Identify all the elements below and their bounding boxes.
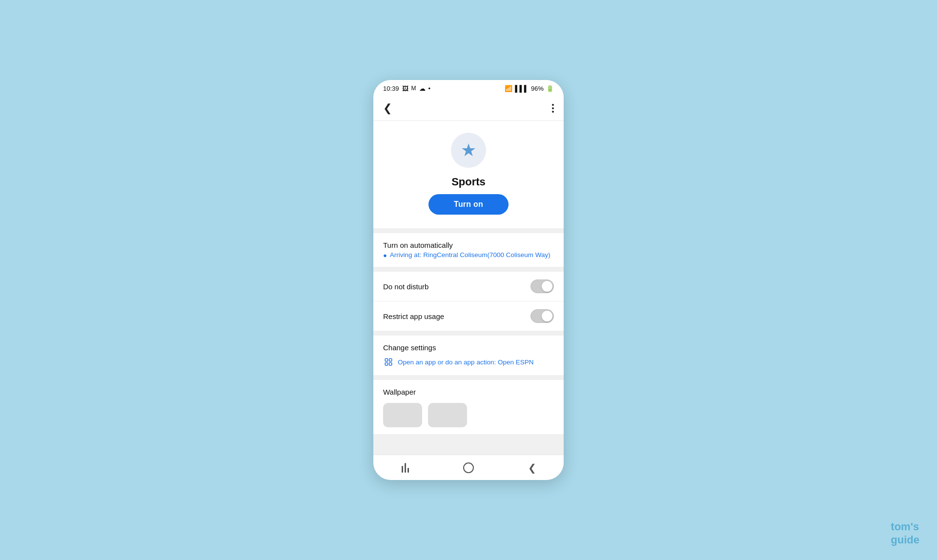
app-title: Sports (451, 176, 486, 188)
status-bar: 10:39 🖼 M ☁ • 📶 ▌▌▌ 96% 🔋 (373, 80, 564, 96)
svg-rect-0 (385, 359, 387, 361)
change-settings-title: Change settings (383, 343, 554, 352)
cloud-icon: ☁ (419, 85, 426, 92)
location-icon: ● (383, 252, 387, 259)
more-dot-3 (552, 111, 554, 113)
top-nav: ❮ (373, 96, 564, 121)
svg-rect-3 (389, 363, 392, 365)
location-row[interactable]: ● Arriving at: RingCentral Coliseum(7000… (383, 251, 554, 259)
do-not-disturb-row: Do not disturb (373, 272, 564, 301)
wallpaper-option-1[interactable] (383, 403, 422, 427)
phone-frame: 10:39 🖼 M ☁ • 📶 ▌▌▌ 96% 🔋 ❮ ★ Sports (373, 80, 564, 480)
battery-icon: 🔋 (546, 85, 554, 92)
star-icon: ★ (461, 140, 476, 160)
grid-icon (384, 358, 393, 366)
time-label: 10:39 (383, 85, 399, 92)
recents-icon (402, 463, 409, 473)
app-icon-circle: ★ (451, 133, 486, 168)
toggle-card: Do not disturb Restrict app usage (373, 272, 564, 331)
more-button[interactable] (550, 102, 556, 115)
watermark: tom's guide (891, 520, 919, 546)
auto-on-label: Turn on automatically (383, 241, 554, 249)
change-settings-section: Change settings Open an app or do an app… (373, 336, 564, 375)
location-text: Arriving at: RingCentral Coliseum(7000 C… (390, 251, 550, 259)
app-action-icon (383, 357, 394, 367)
back-nav-icon: ❮ (528, 462, 536, 474)
wallpaper-section: Wallpaper (373, 380, 564, 434)
svg-rect-1 (389, 359, 392, 361)
home-button[interactable] (456, 459, 481, 477)
restrict-app-row: Restrict app usage (373, 301, 564, 331)
watermark-line2: guide (891, 534, 919, 546)
signal-icon: ▌▌▌ (515, 85, 529, 92)
auto-on-row: Turn on automatically ● Arriving at: Rin… (373, 233, 564, 267)
do-not-disturb-label: Do not disturb (383, 282, 428, 291)
mail-icon: M (411, 85, 416, 92)
settings-action-row[interactable]: Open an app or do an app action: Open ES… (383, 357, 554, 367)
photo-icon: 🖼 (402, 85, 408, 92)
wallpaper-title: Wallpaper (383, 388, 554, 396)
battery-label: 96% (531, 85, 544, 92)
more-dot-2 (552, 107, 554, 109)
wifi-icon: 📶 (505, 85, 512, 92)
do-not-disturb-toggle[interactable] (530, 280, 554, 293)
more-dot-1 (552, 104, 554, 106)
dot-icon: • (428, 85, 431, 92)
hero-section: ★ Sports Turn on (373, 121, 564, 228)
turn-on-button[interactable]: Turn on (428, 194, 509, 215)
action-text: Open an app or do an app action: Open ES… (398, 359, 533, 366)
svg-rect-2 (385, 363, 387, 365)
restrict-app-label: Restrict app usage (383, 312, 444, 320)
back-button[interactable]: ❮ (381, 100, 394, 117)
bottom-nav: ❮ (373, 455, 564, 480)
auto-on-section: Turn on automatically ● Arriving at: Rin… (373, 233, 564, 267)
recents-button[interactable] (393, 459, 417, 477)
status-left: 10:39 🖼 M ☁ • (383, 85, 430, 92)
wallpaper-options (383, 403, 554, 427)
content-scroll: ★ Sports Turn on Turn on automatically ●… (373, 121, 564, 455)
status-right: 📶 ▌▌▌ 96% 🔋 (505, 85, 554, 92)
back-nav-button[interactable]: ❮ (520, 459, 544, 477)
wallpaper-option-2[interactable] (428, 403, 467, 427)
restrict-app-toggle[interactable] (530, 309, 554, 323)
watermark-line1: tom's (891, 520, 919, 533)
home-icon (463, 462, 474, 473)
